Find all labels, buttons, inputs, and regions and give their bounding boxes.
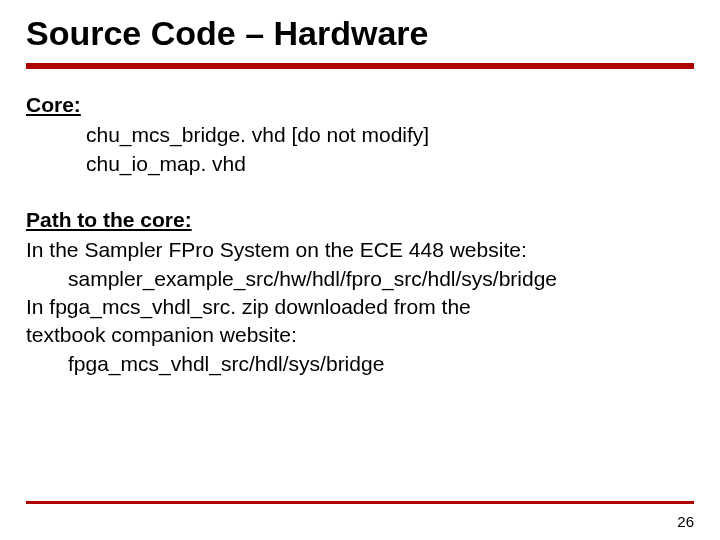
footer-divider (26, 501, 694, 504)
path-line-1: In the Sampler FPro System on the ECE 44… (26, 236, 694, 264)
path-line-4: textbook companion website: (26, 321, 694, 349)
path-line-5: fpga_mcs_vhdl_src/hdl/sys/bridge (26, 350, 694, 378)
path-heading: Path to the core: (26, 206, 694, 234)
slide-title: Source Code – Hardware (0, 0, 720, 63)
core-heading: Core: (26, 91, 694, 119)
slide: Source Code – Hardware Core: chu_mcs_bri… (0, 0, 720, 540)
path-line-3: In fpga_mcs_vhdl_src. zip downloaded fro… (26, 293, 694, 321)
path-line-2: sampler_example_src/hw/hdl/fpro_src/hdl/… (26, 265, 694, 293)
core-file-2: chu_io_map. vhd (26, 150, 694, 178)
page-number: 26 (677, 513, 694, 530)
slide-content: Core: chu_mcs_bridge. vhd [do not modify… (0, 69, 720, 378)
core-file-1: chu_mcs_bridge. vhd [do not modify] (26, 121, 694, 149)
spacer (26, 178, 694, 206)
